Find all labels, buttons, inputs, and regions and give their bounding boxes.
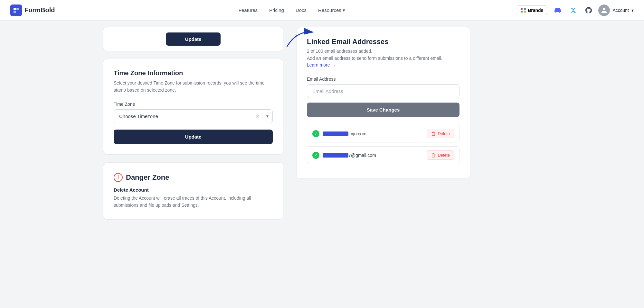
- svg-rect-2: [14, 11, 16, 13]
- nav-resources[interactable]: Resources ▾: [313, 5, 350, 16]
- logo-icon: [10, 5, 22, 16]
- github-icon-button[interactable]: [583, 5, 594, 16]
- twitter-icon-button[interactable]: [567, 5, 579, 16]
- save-changes-button[interactable]: Save Changes: [307, 103, 459, 117]
- select-clear-button[interactable]: ✕: [253, 113, 262, 119]
- email-address-1: imjo.com: [323, 131, 366, 136]
- learn-more-link[interactable]: Learn more →: [307, 62, 336, 68]
- timezone-select-wrapper: Choose Timezone ✕ ▾: [114, 109, 273, 123]
- delete-account-desc: Deleting the Account will erase all trac…: [114, 195, 273, 209]
- timezone-field-label: Time Zone: [114, 102, 273, 107]
- chevron-down-icon: ▾: [343, 7, 345, 13]
- account-chevron-icon: ▾: [631, 8, 634, 13]
- email-item: ✓ 7@gmail.com Delete: [307, 146, 459, 164]
- navbar-right: Brands Account ▾: [516, 5, 634, 16]
- right-column: Linked Email Addresses 2 of 100 email ad…: [290, 21, 470, 226]
- account-button[interactable]: Account ▾: [598, 5, 634, 16]
- email-item-left: ✓ 7@gmail.com: [312, 152, 376, 159]
- linked-emails-panel: Linked Email Addresses 2 of 100 email ad…: [296, 27, 470, 178]
- main-nav: Features Pricing Docs Resources ▾: [68, 5, 516, 16]
- panel-count: 2 of 100 email addresses added.: [307, 49, 459, 54]
- brands-button[interactable]: Brands: [516, 5, 548, 15]
- email-item-left: ✓ imjo.com: [312, 130, 366, 137]
- navbar: FormBold Features Pricing Docs Resources…: [0, 0, 644, 21]
- email-item: ✓ imjo.com Delete: [307, 125, 459, 142]
- email-address-2: 7@gmail.com: [323, 153, 376, 158]
- danger-zone-card: ! Danger Zone Delete Account Deleting th…: [103, 162, 283, 220]
- left-column: Update Time Zone Information Select your…: [103, 21, 290, 226]
- verified-icon: ✓: [312, 152, 319, 159]
- arrow-right-icon: →: [331, 62, 336, 68]
- timezone-desc: Select your desired Time Zone for submis…: [114, 79, 273, 94]
- delete-label: Delete: [438, 153, 450, 158]
- email-field-label: Email Address: [307, 77, 459, 82]
- nav-docs[interactable]: Docs: [290, 5, 312, 15]
- timezone-select[interactable]: Choose Timezone: [114, 110, 253, 123]
- timezone-title: Time Zone Information: [114, 69, 273, 77]
- redacted-email-part: [323, 153, 348, 158]
- brands-grid-icon: [521, 8, 526, 13]
- svg-rect-1: [16, 8, 19, 10]
- page-content: Update Time Zone Information Select your…: [97, 21, 547, 226]
- nav-pricing[interactable]: Pricing: [264, 5, 289, 15]
- discord-icon-button[interactable]: [552, 5, 564, 16]
- brand-name: FormBold: [24, 6, 55, 14]
- logo[interactable]: FormBold: [10, 5, 55, 16]
- top-card: Update: [103, 27, 283, 51]
- chevron-down-icon: ▾: [262, 113, 272, 119]
- timezone-card: Time Zone Information Select your desire…: [103, 59, 283, 155]
- avatar: [598, 5, 610, 16]
- panel-title: Linked Email Addresses: [307, 38, 459, 46]
- danger-zone-title: ! Danger Zone: [114, 173, 273, 182]
- panel-desc: Add an email address to send form submis…: [307, 56, 459, 61]
- email-input[interactable]: [307, 84, 459, 98]
- delete-label: Delete: [438, 131, 450, 136]
- svg-rect-0: [14, 8, 16, 10]
- top-update-button[interactable]: Update: [166, 32, 221, 46]
- delete-account-title: Delete Account: [114, 187, 273, 193]
- delete-email-1-button[interactable]: Delete: [427, 129, 454, 138]
- update-button[interactable]: Update: [114, 130, 273, 144]
- delete-email-2-button[interactable]: Delete: [427, 150, 454, 160]
- redacted-email-part: [323, 131, 348, 136]
- danger-icon: !: [114, 173, 123, 182]
- verified-icon: ✓: [312, 130, 319, 137]
- nav-features[interactable]: Features: [233, 5, 263, 15]
